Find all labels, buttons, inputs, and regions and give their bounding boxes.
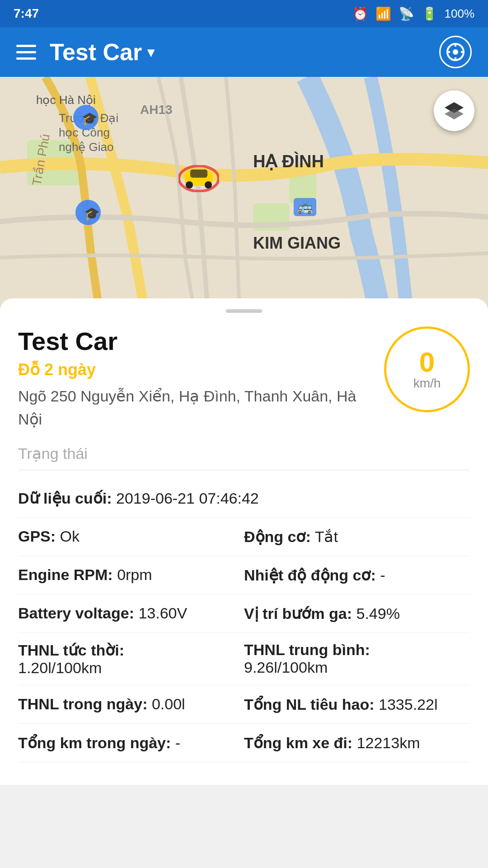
svg-point-1 [453,49,458,55]
layer-toggle-button[interactable] [434,90,474,131]
km-day-label: Tổng km trong ngày: [18,734,171,751]
battery-col: Battery voltage: 13.60V [18,604,244,623]
app-bar-left: Test Car ▾ [16,38,154,66]
battery-throttle-row: Battery voltage: 13.60V Vị trí bướm ga: … [18,594,470,633]
fuel-instant-avg-row: THNL tức thời: 1.20l/100km THNL trung bì… [18,633,470,685]
fuel-total-col: Tổng NL tiêu hao: 1335.22l [244,695,470,713]
svg-point-28 [186,181,193,189]
battery-percent: 100% [445,7,475,21]
last-data-label: Dữ liệu cuối: [18,490,112,507]
hamburger-menu-button[interactable] [16,45,36,60]
fuel-day-total-row: THNL trong ngày: 0.00l Tổng NL tiêu hao:… [18,685,470,724]
signal-icon: 📡 [399,6,414,21]
gps-col: GPS: Ok [18,528,244,546]
map-background: Trần Phú Trường Đại học Công nghệ Giao h… [0,77,488,312]
fuel-instant-value: 1.20l/100km [18,659,244,677]
vehicle-data-section: Dữ liệu cuối: 2019-06-21 07:46:42 GPS: O… [18,475,470,767]
fuel-instant-col: THNL tức thời: 1.20l/100km [18,641,244,677]
speed-display: 0 km/h [384,326,470,412]
vehicle-status: Đỗ 2 ngày [18,360,384,379]
vehicle-summary-row: Test Car Đỗ 2 ngày Ngõ 250 Nguyễn Xiển, … [18,326,470,440]
speed-unit: km/h [413,376,441,391]
fuel-avg-label: THNL trung bình: [244,641,470,659]
svg-marker-31 [445,108,464,119]
gps-label: GPS: [18,528,56,545]
fuel-total-label: Tổng NL tiêu hao: [244,696,375,713]
svg-text:HẠ ĐÌNH: HẠ ĐÌNH [253,151,324,171]
engine-temp-col: Nhiệt độ động cơ: - [244,566,470,584]
app-title[interactable]: Test Car ▾ [50,38,154,66]
vehicle-info-left: Test Car Đỗ 2 ngày Ngõ 250 Nguyễn Xiển, … [18,326,384,440]
rpm-col: Engine RPM: 0rpm [18,566,244,584]
km-day-col: Tổng km trong ngày: - [18,734,244,752]
app-bar: Test Car ▾ [0,27,488,77]
svg-rect-27 [190,170,207,178]
km-total-label: Tổng km xe đi: [244,734,352,751]
fuel-day-label: THNL trong ngày: [18,695,147,712]
vehicle-name: Test Car [18,326,384,356]
km-day-total-row: Tổng km trong ngày: - Tổng km xe đi: 122… [18,724,470,762]
gps-value: Ok [60,528,80,545]
alarm-icon: ⏰ [352,6,368,21]
svg-text:🚌: 🚌 [297,199,313,214]
throttle-col: Vị trí bướm ga: 5.49% [244,604,470,623]
speed-value: 0 [419,348,435,376]
location-icon [446,42,465,62]
fuel-total-value: 1335.22l [379,696,437,713]
layers-icon [443,99,465,122]
fuel-avg-value: 9.26l/100km [244,659,470,676]
engine-temp-label: Nhiệt độ động cơ: [244,566,376,584]
engine-col: Động cơ: Tắt [244,528,470,546]
km-total-col: Tổng km xe đi: 12213km [244,734,470,752]
vehicle-address: Ngõ 250 Nguyễn Xiển, Hạ Đình, Thanh Xuân… [18,385,384,431]
rpm-temp-row: Engine RPM: 0rpm Nhiệt độ động cơ: - [18,556,470,594]
fuel-day-col: THNL trong ngày: 0.00l [18,695,244,713]
status-time: 7:47 [14,6,39,21]
svg-text:AH13: AH13 [140,103,173,117]
engine-value: Tắt [315,528,338,545]
throttle-value: 5.49% [356,605,399,622]
status-bar: 7:47 ⏰ 📶 📡 🔋 100% [0,0,488,27]
location-button[interactable] [439,36,472,68]
battery-value: 13.60V [138,604,187,622]
map-section[interactable]: Trần Phú Trường Đại học Công nghệ Giao h… [0,77,488,312]
svg-point-29 [205,181,212,189]
car-marker [178,165,215,188]
battery-icon: 🔋 [422,6,437,21]
battery-label: Battery voltage: [18,604,134,622]
svg-text:học Hà Nội: học Hà Nội [36,93,96,107]
vehicle-title-header: Test Car [50,38,142,66]
engine-temp-value: - [380,566,385,584]
last-data-value: 2019-06-21 07:46:42 [116,490,259,507]
panel-handle[interactable] [226,309,262,313]
rpm-value: 0rpm [117,566,152,583]
fuel-avg-col: THNL trung bình: 9.26l/100km [244,641,470,677]
info-panel: Test Car Đỗ 2 ngày Ngõ 250 Nguyễn Xiển, … [0,298,488,785]
km-day-value: - [175,734,180,751]
fuel-day-value: 0.00l [152,695,185,712]
svg-text:🎓: 🎓 [84,206,100,221]
wifi-icon: 📶 [375,6,391,21]
trang-thai-label: Trạng thái [18,444,470,470]
svg-text:🎓: 🎓 [82,111,98,126]
rpm-label: Engine RPM: [18,566,113,583]
last-data-row: Dữ liệu cuối: 2019-06-21 07:46:42 [18,479,470,518]
svg-text:KIM GIANG: KIM GIANG [253,234,341,252]
dropdown-arrow-icon: ▾ [147,44,154,60]
gps-engine-row: GPS: Ok Động cơ: Tắt [18,518,470,556]
throttle-label: Vị trí bướm ga: [244,605,352,622]
engine-label: Động cơ: [244,528,311,545]
fuel-instant-label: THNL tức thời: [18,641,244,659]
svg-text:nghệ Giao: nghệ Giao [59,140,114,154]
km-total-value: 12213km [357,734,420,751]
status-icons: ⏰ 📶 📡 🔋 100% [352,6,475,21]
